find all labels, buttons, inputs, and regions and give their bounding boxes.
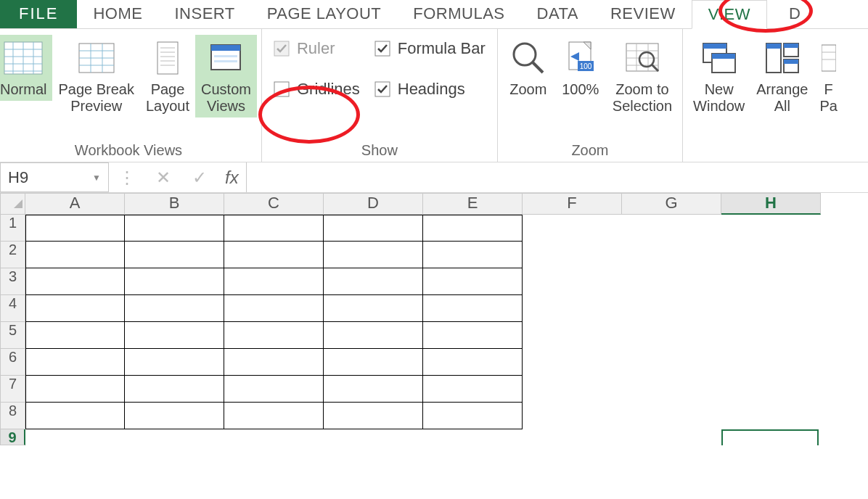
cell[interactable] <box>224 376 324 403</box>
custom-views-button[interactable]: CustomViews <box>195 35 257 117</box>
tab-data[interactable]: DATA <box>521 0 594 28</box>
tab-insert[interactable]: INSERT <box>158 0 250 28</box>
cell[interactable] <box>423 349 523 376</box>
cell[interactable] <box>324 403 423 429</box>
cell[interactable] <box>721 322 821 349</box>
cell[interactable] <box>721 242 821 268</box>
cell[interactable] <box>224 403 324 429</box>
cell[interactable] <box>224 295 324 322</box>
cell[interactable] <box>125 322 224 349</box>
cell[interactable] <box>721 349 821 376</box>
normal-view-button[interactable]: Normal <box>0 35 52 101</box>
cell[interactable] <box>721 295 821 322</box>
cell[interactable] <box>423 322 523 349</box>
page-layout-button[interactable]: PageLayout <box>140 35 195 117</box>
col-header-a[interactable]: A <box>25 193 125 215</box>
page-break-preview-button[interactable]: Page BreakPreview <box>52 35 140 117</box>
cell[interactable] <box>25 242 125 268</box>
tab-home[interactable]: HOME <box>77 0 158 28</box>
cell[interactable] <box>423 403 523 429</box>
cell[interactable] <box>25 403 125 429</box>
zoom-to-selection-button[interactable]: Zoom toSelection <box>607 35 678 117</box>
cell[interactable] <box>523 242 622 268</box>
insert-function-button[interactable]: fx <box>218 162 246 192</box>
col-header-f[interactable]: F <box>523 193 622 215</box>
cell[interactable] <box>25 322 125 349</box>
formula-bar-checkbox[interactable]: Formula Bar <box>374 39 486 58</box>
cell[interactable] <box>224 322 324 349</box>
col-header-d[interactable]: D <box>324 193 423 215</box>
cell[interactable] <box>125 295 224 322</box>
cell[interactable] <box>324 295 423 322</box>
cell[interactable] <box>523 215 622 242</box>
cell[interactable] <box>224 242 324 268</box>
cell[interactable] <box>622 268 721 295</box>
cell[interactable] <box>324 429 423 445</box>
cell[interactable] <box>523 268 622 295</box>
cell[interactable] <box>25 215 125 242</box>
zoom-button[interactable]: Zoom <box>502 35 554 101</box>
col-header-c[interactable]: C <box>224 193 324 215</box>
row-header-4[interactable]: 4 <box>0 295 25 322</box>
cell[interactable] <box>324 215 423 242</box>
cell[interactable] <box>224 268 324 295</box>
spreadsheet-grid[interactable]: A B C D E F G H 1 2 3 4 5 6 7 8 9 <box>0 193 868 445</box>
tab-view[interactable]: VIEW <box>692 0 767 29</box>
cell[interactable] <box>125 242 224 268</box>
cell[interactable] <box>125 349 224 376</box>
cell[interactable] <box>423 215 523 242</box>
cell[interactable] <box>622 429 721 445</box>
tab-page-layout[interactable]: PAGE LAYOUT <box>251 0 398 28</box>
cell[interactable] <box>622 242 721 268</box>
gridlines-checkbox[interactable]: Gridlines <box>274 80 360 99</box>
cell[interactable] <box>423 376 523 403</box>
cell[interactable] <box>324 268 423 295</box>
cell[interactable] <box>523 429 622 445</box>
col-header-g[interactable]: G <box>622 193 721 215</box>
cell[interactable] <box>423 429 523 445</box>
cell[interactable] <box>25 429 125 445</box>
cell[interactable] <box>324 376 423 403</box>
cell[interactable] <box>25 376 125 403</box>
cell[interactable] <box>523 376 622 403</box>
cell[interactable] <box>622 349 721 376</box>
cell[interactable] <box>324 349 423 376</box>
row-header-8[interactable]: 8 <box>0 403 25 429</box>
cell[interactable] <box>25 268 125 295</box>
headings-checkbox[interactable]: Headings <box>374 80 486 99</box>
cell[interactable] <box>523 322 622 349</box>
col-header-b[interactable]: B <box>125 193 224 215</box>
name-box-dropdown-icon[interactable]: ▼ <box>92 173 101 183</box>
row-header-6[interactable]: 6 <box>0 349 25 376</box>
col-header-h[interactable]: H <box>721 193 821 215</box>
cell[interactable] <box>523 403 622 429</box>
row-header-7[interactable]: 7 <box>0 376 25 403</box>
row-header-9[interactable]: 9 <box>0 429 25 445</box>
tab-review[interactable]: REVIEW <box>594 0 692 28</box>
cell[interactable] <box>25 349 125 376</box>
row-header-3[interactable]: 3 <box>0 268 25 295</box>
cell[interactable] <box>721 376 821 403</box>
cell[interactable] <box>125 268 224 295</box>
cell[interactable] <box>423 242 523 268</box>
select-all-corner[interactable] <box>0 193 25 215</box>
cell[interactable] <box>622 295 721 322</box>
cell[interactable] <box>125 376 224 403</box>
cell[interactable] <box>622 215 721 242</box>
cell[interactable] <box>125 429 224 445</box>
cell[interactable] <box>224 349 324 376</box>
tab-formulas[interactable]: FORMULAS <box>397 0 520 28</box>
arrange-all-button[interactable]: ArrangeAll <box>750 35 814 117</box>
cell[interactable] <box>622 322 721 349</box>
cell[interactable] <box>523 295 622 322</box>
cell[interactable] <box>25 295 125 322</box>
cell[interactable] <box>523 349 622 376</box>
cell[interactable] <box>721 429 821 445</box>
cell[interactable] <box>125 215 224 242</box>
cell[interactable] <box>324 322 423 349</box>
cell[interactable] <box>423 295 523 322</box>
cell[interactable] <box>224 215 324 242</box>
cell[interactable] <box>125 403 224 429</box>
col-header-e[interactable]: E <box>423 193 523 215</box>
row-header-2[interactable]: 2 <box>0 242 25 268</box>
